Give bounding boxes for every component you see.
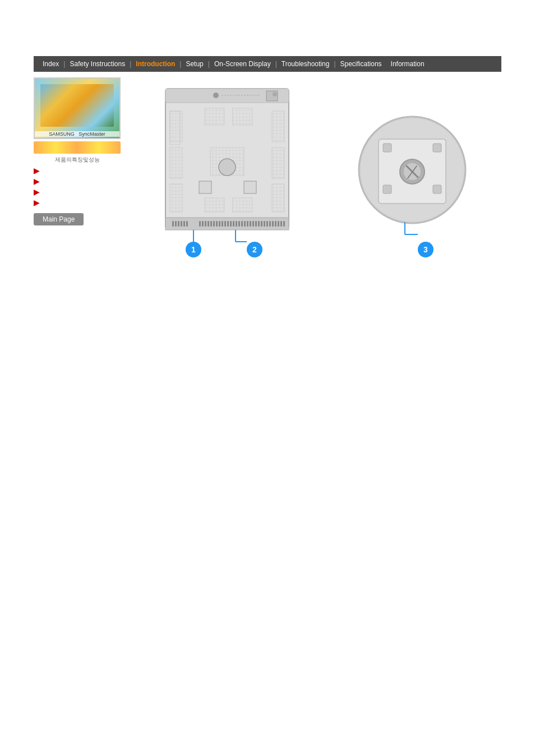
svg-rect-41 [236,221,237,227]
svg-rect-19 [233,198,252,212]
svg-rect-46 [250,221,251,227]
sidebar-brand-label: SAMSUNG SyncMaster [35,131,119,137]
svg-rect-32 [210,221,212,227]
nav-osd[interactable]: On-Screen Display [210,60,275,68]
svg-rect-28 [199,221,201,227]
svg-rect-23 [175,221,177,227]
svg-rect-43 [241,221,243,227]
svg-point-20 [219,159,236,176]
svg-rect-39 [230,221,232,227]
svg-rect-12 [272,184,284,212]
svg-rect-37 [224,221,226,227]
svg-text:1: 1 [191,245,196,254]
main-content: SAMSUNG SyncMaster 제품의특징및성능 ▶ ▶ ▶ ▶ Main… [34,72,501,262]
svg-rect-7 [170,111,182,142]
nav-safety[interactable]: Safety Instructions [65,60,130,68]
svg-rect-56 [278,221,279,227]
svg-rect-45 [247,221,248,227]
svg-rect-57 [280,221,282,227]
svg-point-4 [273,92,277,96]
sidebar-arrow-2[interactable]: ▶ [34,177,132,186]
navigation-bar: Index | Safety Instructions | Introducti… [34,56,501,72]
svg-text:3: 3 [423,245,428,254]
svg-rect-27 [186,221,188,227]
svg-rect-54 [272,221,274,227]
svg-rect-55 [275,221,276,227]
svg-rect-53 [269,221,271,227]
svg-rect-16 [199,181,211,193]
nav-information[interactable]: Information [386,60,429,68]
svg-rect-25 [181,221,182,227]
nav-introduction[interactable]: Introduction [131,60,179,68]
svg-rect-30 [205,221,206,227]
svg-rect-69 [383,144,391,152]
svg-rect-42 [238,221,240,227]
svg-rect-49 [258,221,260,227]
svg-rect-11 [272,147,284,178]
sidebar-arrow-1[interactable]: ▶ [34,166,132,175]
svg-rect-31 [207,221,209,227]
svg-rect-47 [252,221,254,227]
svg-rect-44 [244,221,246,227]
svg-rect-50 [261,221,262,227]
svg-rect-40 [233,221,234,227]
sidebar: SAMSUNG SyncMaster 제품의특징및성능 ▶ ▶ ▶ ▶ Main… [34,77,132,262]
svg-rect-34 [216,221,218,227]
svg-rect-13 [205,108,224,125]
svg-rect-71 [383,185,391,193]
nav-index[interactable]: Index [38,60,63,68]
svg-rect-38 [227,221,229,227]
nav-troubleshooting[interactable]: Troubleshooting [277,60,334,68]
nav-setup[interactable]: Setup [181,60,207,68]
sidebar-decoration-text: 제품의특징및성능 [34,156,121,164]
sidebar-arrow-3[interactable]: ▶ [34,187,132,196]
main-page-button[interactable]: Main Page [34,213,84,225]
sidebar-monitor-image: SAMSUNG SyncMaster [34,77,121,139]
svg-rect-33 [213,221,215,227]
svg-rect-26 [183,221,185,227]
svg-rect-70 [433,144,441,152]
nav-specifications[interactable]: Specifications [336,60,386,68]
svg-rect-35 [219,221,220,227]
svg-rect-48 [255,221,257,227]
svg-rect-10 [272,111,284,142]
svg-rect-72 [433,185,441,193]
sidebar-arrow-4[interactable]: ▶ [34,198,132,207]
svg-rect-9 [170,184,182,212]
svg-rect-8 [170,147,182,178]
svg-rect-58 [283,221,285,227]
diagram-container: 1 2 [132,83,513,262]
svg-text:2: 2 [252,245,257,254]
content-area: 1 2 [132,77,513,262]
svg-rect-17 [244,181,256,193]
svg-rect-24 [178,221,179,227]
svg-rect-29 [202,221,204,227]
diagram-svg: 1 2 [132,83,513,262]
svg-rect-22 [172,221,174,227]
svg-point-2 [213,93,219,98]
svg-rect-36 [222,221,223,227]
svg-rect-14 [233,108,252,125]
svg-rect-51 [264,221,265,227]
sidebar-decoration [34,141,121,154]
svg-rect-52 [266,221,268,227]
svg-rect-18 [205,198,224,212]
